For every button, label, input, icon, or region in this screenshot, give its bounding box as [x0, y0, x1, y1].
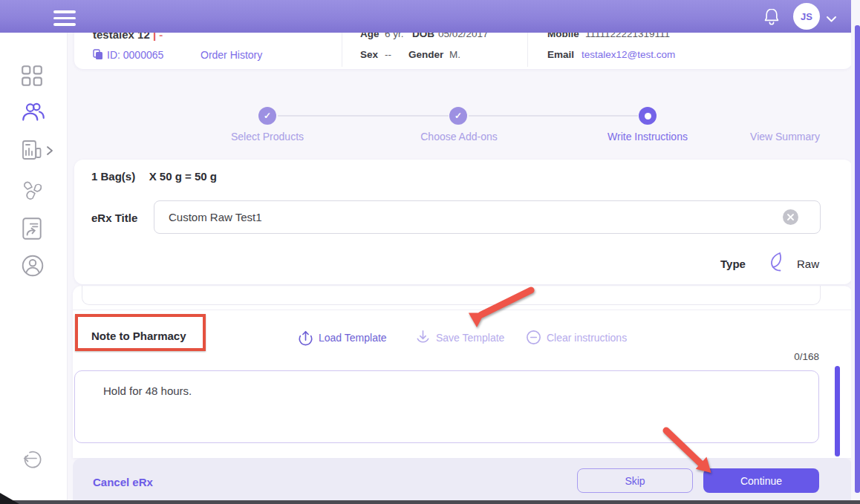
profile-icon	[20, 253, 45, 278]
bell-icon[interactable]	[763, 7, 781, 29]
step-label-write-instructions[interactable]: Write Instructions	[573, 131, 722, 143]
char-counter: 0/168	[794, 351, 819, 362]
save-template-button[interactable]: Save Template	[436, 332, 504, 344]
check-icon: ✓	[264, 111, 271, 121]
type-value: Raw	[797, 258, 819, 270]
bag-calc: X 50 g = 50 g	[149, 170, 217, 183]
note-to-pharmacy-label: Note to Pharmacy	[91, 330, 186, 342]
window-corner	[0, 493, 19, 504]
scrolled-instructions-box	[82, 286, 821, 305]
clear-title-icon[interactable]	[783, 209, 798, 225]
clear-instructions-button[interactable]: Clear instructions	[547, 332, 627, 344]
active-step-dot	[645, 113, 651, 120]
cancel-erx-button[interactable]: Cancel eRx	[93, 476, 153, 488]
sidebar-item-herbs[interactable]	[20, 179, 45, 206]
document-arrow-icon	[20, 216, 44, 241]
window-bottom-edge	[0, 500, 860, 504]
check-icon: ✓	[455, 111, 462, 121]
sex-label: Sex	[360, 49, 378, 60]
reports-icon	[20, 139, 45, 163]
note-card: Note to Pharmacy Load Template Save Temp…	[73, 286, 853, 458]
logout-arrow	[20, 448, 45, 471]
continue-button[interactable]: Continue	[703, 468, 819, 493]
order-history-link[interactable]: Order History	[201, 49, 262, 61]
hands-icon	[20, 179, 45, 203]
erx-app-window: testalex 12 | - ID: 0000065 Order Histor…	[0, 0, 860, 504]
grid-icon	[20, 64, 44, 88]
footer-bar: Cancel eRx Skip Continue	[73, 458, 853, 504]
topbar: JS	[0, 0, 860, 33]
step-label-choose-addons[interactable]: Choose Add-ons	[385, 131, 533, 143]
pharmacy-note-textarea[interactable]: Hold for 48 hours.	[74, 370, 819, 443]
save-template-icon[interactable]	[414, 329, 431, 349]
leaf-icon	[767, 250, 786, 277]
menu-icon[interactable]	[53, 10, 76, 26]
erx-title-label: eRx Title	[91, 212, 137, 224]
avatar-initials: JS	[801, 11, 812, 22]
gender-label: Gender	[408, 49, 443, 60]
sidebar-item-dashboard[interactable]	[20, 64, 44, 91]
sex-value: --	[385, 49, 391, 60]
step-write-instructions-circle[interactable]	[639, 107, 657, 125]
copy-icon[interactable]	[93, 49, 103, 63]
avatar[interactable]: JS	[793, 3, 820, 30]
chevron-down-icon[interactable]	[826, 13, 837, 26]
chevron-right-icon[interactable]	[46, 145, 53, 159]
scrollbar-thumb[interactable]	[855, 25, 860, 493]
patients-icon	[20, 100, 47, 124]
bag-count: 1 Bag(s)	[91, 170, 135, 183]
email-label: Email	[547, 49, 574, 60]
stepper-line	[469, 115, 638, 117]
logout-icon[interactable]	[20, 448, 45, 474]
step-label-view-summary[interactable]: View Summary	[711, 131, 859, 143]
bag-summary: 1 Bag(s) X 50 g = 50 g	[91, 170, 217, 183]
sidebar-item-patients[interactable]	[20, 100, 47, 127]
sidebar	[0, 33, 68, 504]
step-choose-addons-circle[interactable]: ✓	[449, 107, 467, 125]
inner-scrollbar-thumb[interactable]	[835, 366, 840, 456]
stepper-line	[278, 115, 449, 117]
sidebar-item-profile[interactable]	[20, 253, 45, 281]
sidebar-item-transfers[interactable]	[20, 216, 44, 244]
sidebar-item-reports[interactable]	[20, 139, 45, 166]
product-card: 1 Bag(s) X 50 g = 50 g eRx Title Type Ra…	[74, 160, 853, 284]
step-select-products-circle[interactable]: ✓	[258, 107, 276, 125]
gender-value: M.	[449, 49, 460, 60]
patient-id: ID: 0000065	[107, 49, 163, 61]
skip-button[interactable]: Skip	[577, 468, 693, 493]
load-template-button[interactable]: Load Template	[319, 332, 387, 344]
email-value[interactable]: testalex12@test.com	[582, 49, 675, 60]
erx-title-input[interactable]	[154, 200, 821, 234]
load-template-icon[interactable]	[297, 329, 314, 349]
clear-instructions-icon[interactable]	[525, 329, 542, 349]
type-label: Type	[720, 258, 746, 270]
section-divider	[73, 310, 853, 310]
step-label-select-products[interactable]: Select Products	[193, 131, 342, 143]
